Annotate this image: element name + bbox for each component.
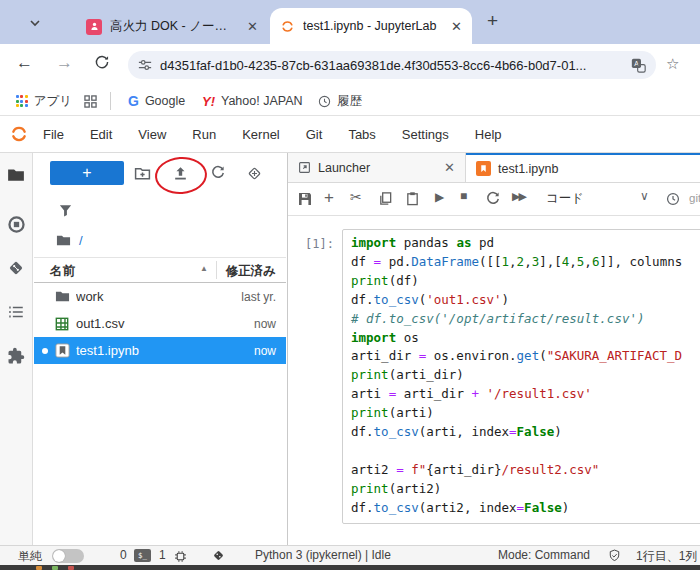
file-row-out1.csv[interactable]: out1.csvnow xyxy=(34,310,286,337)
jupyter-logo-icon xyxy=(9,124,29,144)
kernel-status[interactable]: Python 3 (ipykernel) | Idle xyxy=(255,548,391,562)
bookmark-google[interactable]: G Google xyxy=(128,86,185,116)
new-folder-button[interactable] xyxy=(134,165,152,183)
copy-cell-icon[interactable] xyxy=(378,191,395,208)
git-status-label: git xyxy=(689,192,700,204)
bookmark-history[interactable]: 履歴 xyxy=(318,86,362,116)
code-line: print(df) xyxy=(351,272,700,291)
tab-launcher[interactable]: Launcher ✕ xyxy=(288,153,466,182)
file-browser-tab-icon[interactable] xyxy=(7,166,27,186)
breadcrumb: / xyxy=(56,233,83,248)
back-button[interactable]: ← xyxy=(16,53,33,73)
filter-files-icon[interactable] xyxy=(58,203,73,218)
file-row-work[interactable]: worklast yr. xyxy=(34,283,286,310)
bookmark-yahoo[interactable]: Y! Yahoo! JAPAN xyxy=(202,86,303,116)
csv-file-icon xyxy=(54,316,70,332)
bookmark-apps[interactable]: アプリ xyxy=(16,86,72,116)
menu-git[interactable]: Git xyxy=(306,127,323,142)
reload-button[interactable] xyxy=(94,54,110,70)
bookmark-label: Google xyxy=(145,94,185,108)
menu-settings[interactable]: Settings xyxy=(402,127,449,142)
code-editor[interactable]: import pandas as pddf = pd.DataFrame([[1… xyxy=(351,234,700,518)
file-row-test1.ipynb[interactable]: test1.ipynbnow xyxy=(34,337,286,364)
close-tab-icon[interactable]: ✕ xyxy=(444,160,455,175)
tab-notebook[interactable]: test1.ipynb xyxy=(466,153,700,182)
running-sessions-icon[interactable] xyxy=(7,215,27,235)
google-icon: G xyxy=(128,93,139,109)
extension-manager-icon[interactable] xyxy=(7,347,27,367)
bookmark-folder-grid[interactable] xyxy=(84,86,97,116)
close-tab-icon[interactable]: ✕ xyxy=(247,20,258,33)
menu-tabs[interactable]: Tabs xyxy=(348,127,375,142)
git-status-icon[interactable] xyxy=(212,549,225,562)
clock-icon xyxy=(318,95,331,108)
notebook-mode[interactable]: Mode: Command xyxy=(498,548,590,562)
notebook-icon xyxy=(476,161,491,176)
jupyterlab-main: + / 名前 ▲ xyxy=(0,153,700,545)
name-column-header[interactable]: 名前 xyxy=(50,263,75,280)
tab-search-chevron-icon[interactable] xyxy=(24,13,46,33)
notebook-content: [1]: import pandas as pddf = pd.DataFram… xyxy=(288,216,700,545)
cursor-position[interactable]: 1行目、1列 xyxy=(636,548,697,565)
browser-tab-jupyterlab[interactable]: test1.ipynb - JupyterLab ✕ xyxy=(270,8,472,44)
menu-kernel[interactable]: Kernel xyxy=(242,127,280,142)
kernel-sessions-icon[interactable] xyxy=(174,550,187,563)
paste-cell-icon[interactable] xyxy=(405,191,422,208)
modified-column-header[interactable]: 修正済み xyxy=(226,263,276,280)
cut-cell-icon[interactable]: ✂ xyxy=(350,189,362,205)
yahoo-icon: Y! xyxy=(202,94,215,109)
file-list: worklast yr.out1.csvnowtest1.ipynbnow xyxy=(34,283,286,364)
address-bar[interactable]: d4351faf-d1b0-4235-87cb-631aa69381de.4f3… xyxy=(128,51,656,79)
menu-view[interactable]: View xyxy=(138,127,166,142)
notebook-dock-panel: Launcher ✕ test1.ipynb + ✂ xyxy=(287,153,700,545)
status-bar: 単純 0 $_ 1 Python 3 (ipykernel) | Idle Mo… xyxy=(0,545,700,565)
file-name: test1.ipynb xyxy=(76,343,254,358)
interrupt-kernel-icon[interactable]: ■ xyxy=(460,189,467,203)
bookmark-label: アプリ xyxy=(34,93,72,110)
chevron-down-icon[interactable]: ∨ xyxy=(640,189,649,203)
tab-label: Launcher xyxy=(318,161,370,175)
menu-run[interactable]: Run xyxy=(192,127,216,142)
translate-icon[interactable]: A xyxy=(631,58,646,73)
code-cell[interactable]: import pandas as pddf = pd.DataFrame([[1… xyxy=(342,229,700,524)
cell-execution-prompt: [1]: xyxy=(290,237,334,251)
file-modified: now xyxy=(254,317,276,331)
add-cell-icon[interactable]: + xyxy=(324,188,334,208)
save-icon[interactable] xyxy=(297,191,314,208)
browser-tab-dok[interactable]: 高火力 DOK - ノートブック ✕ xyxy=(76,9,268,44)
svg-text:A: A xyxy=(634,60,639,67)
folder-file-icon xyxy=(54,289,70,305)
screenshot-root: 高火力 DOK - ノートブック ✕ test1.ipynb - Jupyter… xyxy=(0,0,700,570)
code-line: arti = arti_dir + '/result1.csv' xyxy=(351,385,700,404)
home-folder-icon[interactable] xyxy=(56,233,71,248)
running-indicator-dot xyxy=(42,321,48,327)
menu-help[interactable]: Help xyxy=(475,127,502,142)
breadcrumb-root[interactable]: / xyxy=(79,233,83,248)
execution-history-icon[interactable] xyxy=(666,192,683,209)
menu-edit[interactable]: Edit xyxy=(90,127,112,142)
terminal-icon[interactable]: $_ xyxy=(134,549,151,562)
close-tab-icon[interactable]: ✕ xyxy=(451,20,462,33)
git-clone-button[interactable] xyxy=(246,165,264,183)
cell-type-dropdown[interactable]: コード xyxy=(546,190,584,207)
refresh-file-list-button[interactable] xyxy=(210,165,228,183)
restart-run-all-icon[interactable]: ▶▶ xyxy=(512,190,525,203)
code-line: arti2 = f"{arti_dir}/result2.csv" xyxy=(351,461,700,480)
annotation-red-circle xyxy=(154,155,208,196)
bookmark-star-icon[interactable]: ☆ xyxy=(666,55,679,73)
new-tab-button[interactable]: + xyxy=(487,11,498,31)
menu-file[interactable]: File xyxy=(43,127,64,142)
forward-button[interactable]: → xyxy=(56,53,73,73)
trust-shield-icon[interactable] xyxy=(608,549,621,562)
run-cell-icon[interactable]: ▶ xyxy=(435,190,444,204)
site-settings-icon[interactable] xyxy=(138,58,152,72)
git-sidebar-icon[interactable] xyxy=(7,259,27,279)
kernels-count: 1 xyxy=(159,548,166,562)
new-launcher-button[interactable]: + xyxy=(50,161,124,185)
restart-kernel-icon[interactable] xyxy=(485,191,502,208)
browser-toolbar: ← → d4351faf-d1b0-4235-87cb-631aa69381de… xyxy=(0,44,700,86)
dock-tab-bar: Launcher ✕ test1.ipynb xyxy=(288,153,700,183)
table-of-contents-icon[interactable] xyxy=(7,303,27,323)
browser-tab-title: test1.ipynb - JupyterLab xyxy=(303,19,439,33)
simple-mode-toggle[interactable] xyxy=(52,549,84,563)
